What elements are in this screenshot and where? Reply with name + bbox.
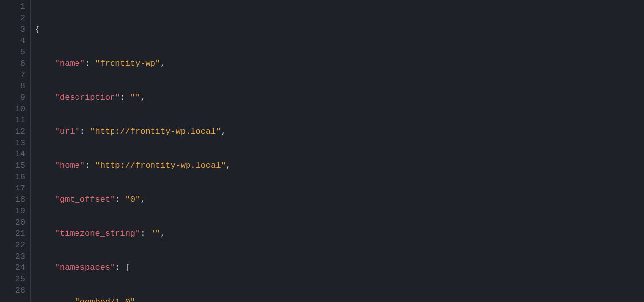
code-line[interactable]: "namespaces": [	[35, 262, 644, 273]
code-editor[interactable]: { "name": "frontity-wp", "description": …	[31, 0, 644, 302]
line-number: 12	[0, 126, 25, 137]
line-number: 23	[0, 251, 25, 262]
code-line[interactable]: "timezone_string": "",	[35, 228, 644, 239]
line-number: 4	[0, 35, 25, 46]
line-number: 14	[0, 149, 25, 160]
line-number: 18	[0, 194, 25, 205]
code-line[interactable]: "url": "http://frontity-wp.local",	[35, 126, 644, 137]
line-number: 20	[0, 217, 25, 228]
code-line[interactable]: "home": "http://frontity-wp.local",	[35, 160, 644, 171]
line-number: 22	[0, 239, 25, 251]
line-number: 15	[0, 160, 25, 171]
line-number: 5	[0, 46, 25, 58]
line-number: 8	[0, 80, 25, 92]
code-line[interactable]: "gmt_offset": "0",	[35, 194, 644, 205]
line-number: 19	[0, 205, 25, 217]
line-number: 26	[0, 285, 25, 296]
code-line[interactable]: "oembed/1.0",	[35, 296, 644, 302]
line-number: 17	[0, 183, 25, 194]
line-number: 21	[0, 228, 25, 239]
line-number: 1	[0, 1, 25, 12]
line-number: 10	[0, 103, 25, 114]
line-number: 24	[0, 262, 25, 273]
line-number: 9	[0, 92, 25, 103]
line-number: 25	[0, 273, 25, 285]
line-number: 3	[0, 24, 25, 35]
code-line[interactable]: {	[35, 24, 644, 35]
line-number: 7	[0, 69, 25, 80]
line-number: 16	[0, 171, 25, 183]
line-number-gutter: 1 2 3 4 5 6 7 8 9 10 11 12 13 14 15 16 1…	[0, 0, 31, 302]
line-number: 6	[0, 58, 25, 69]
code-line[interactable]: "name": "frontity-wp",	[35, 58, 644, 69]
code-line[interactable]: "description": "",	[35, 92, 644, 103]
line-number: 11	[0, 114, 25, 126]
line-number: 2	[0, 12, 25, 24]
line-number: 13	[0, 137, 25, 149]
